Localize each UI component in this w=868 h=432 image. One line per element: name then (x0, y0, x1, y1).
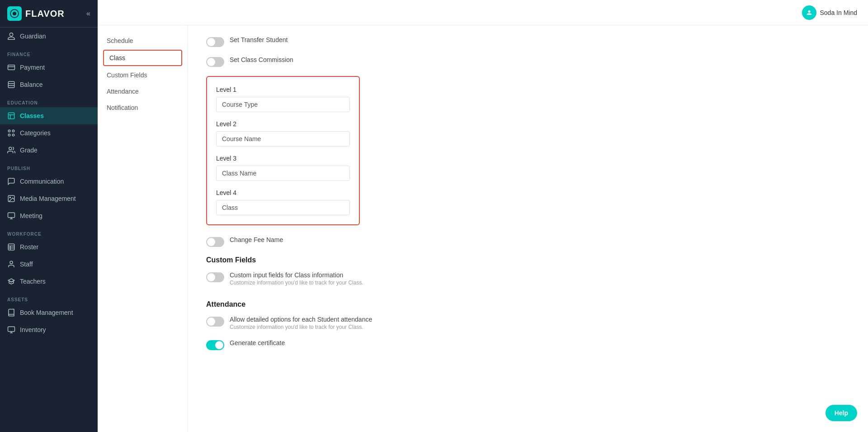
sidebar-item-guardian[interactable]: Guardian (0, 28, 98, 45)
svg-point-10 (8, 130, 10, 132)
svg-rect-7 (8, 113, 14, 119)
generate-certificate-toggle[interactable] (206, 340, 224, 350)
sidebar-section-finance: FINANCE (0, 45, 98, 59)
sidebar-item-communication[interactable]: Communication (0, 173, 98, 190)
custom-fields-title: Custom Fields (206, 256, 850, 264)
classes-icon (7, 112, 15, 120)
user-avatar (802, 5, 816, 20)
sidebar-item-inventory[interactable]: Inventory (0, 321, 98, 338)
logo: FLAVOR « (0, 0, 98, 28)
level-1-input[interactable] (216, 97, 350, 112)
custom-input-fields-label: Custom input fields for Class informatio… (230, 271, 363, 279)
change-fee-name-toggle[interactable] (206, 237, 224, 247)
sidebar-section-education: EDUCATION (0, 93, 98, 107)
svg-point-11 (12, 130, 14, 132)
level-4-label: Level 4 (216, 189, 350, 196)
media-icon (7, 195, 15, 203)
svg-rect-20 (8, 244, 14, 250)
sidebar-item-meeting-label: Meeting (20, 212, 42, 219)
topbar: Soda In Mind (98, 0, 868, 25)
sidebar-item-meeting[interactable]: Meeting (0, 207, 98, 224)
roster-icon (7, 243, 15, 251)
level-3-label: Level 3 (216, 155, 350, 162)
level-1-label: Level 1 (216, 86, 350, 93)
sub-nav-item-class[interactable]: Class (103, 50, 182, 66)
sidebar-item-roster[interactable]: Roster (0, 238, 98, 256)
sidebar-item-payment[interactable]: Payment (0, 59, 98, 76)
sub-navigation: Schedule Class Custom Fields Attendance … (98, 25, 188, 432)
sidebar-item-balance-label: Balance (20, 81, 43, 88)
transfer-student-row: Set Transfer Student (206, 36, 850, 47)
sidebar-item-categories[interactable]: Categories (0, 124, 98, 142)
help-button[interactable]: Help (826, 405, 857, 421)
sidebar-item-teachers[interactable]: Teachers (0, 273, 98, 290)
svg-point-24 (10, 261, 13, 264)
attendance-title: Attendance (206, 300, 850, 309)
svg-rect-2 (8, 65, 15, 70)
book-icon (7, 309, 15, 317)
sidebar-item-categories-label: Categories (20, 129, 51, 137)
logo-text: FLAVOR (25, 9, 65, 19)
level-3-input[interactable] (216, 166, 350, 181)
level-3-group: Level 3 (216, 155, 350, 181)
detailed-attendance-toggle[interactable] (206, 317, 224, 327)
sub-nav-item-attendance[interactable]: Attendance (98, 83, 188, 100)
sub-nav-item-notification[interactable]: Notification (98, 100, 188, 116)
change-fee-name-row: Change Fee Name (206, 236, 850, 247)
level-4-input[interactable] (216, 200, 350, 215)
sidebar-item-staff[interactable]: Staff (0, 256, 98, 273)
sidebar-item-teachers-label: Teachers (20, 278, 46, 285)
svg-point-13 (12, 134, 14, 136)
level-2-input[interactable] (216, 131, 350, 147)
detailed-attendance-row: Allow detailed options for each Student … (206, 316, 850, 330)
teachers-icon (7, 277, 15, 285)
sidebar-section-publish: PUBLISH (0, 159, 98, 173)
svg-point-1 (13, 12, 16, 15)
svg-point-12 (8, 134, 10, 136)
staff-icon (7, 260, 15, 268)
main-area: Soda In Mind Schedule Class Custom Field… (98, 0, 868, 432)
sidebar-item-grade[interactable]: Grade (0, 142, 98, 159)
sidebar-item-book-management[interactable]: Book Management (0, 304, 98, 321)
meeting-icon (7, 212, 15, 220)
sub-nav-item-custom-fields[interactable]: Custom Fields (98, 67, 188, 83)
transfer-student-toggle[interactable] (206, 37, 224, 47)
level-1-group: Level 1 (216, 86, 350, 112)
sub-nav-item-schedule[interactable]: Schedule (98, 33, 188, 49)
sidebar-item-balance[interactable]: Balance (0, 76, 98, 93)
sidebar-item-media-management[interactable]: Media Management (0, 190, 98, 207)
sidebar-item-staff-label: Staff (20, 261, 33, 268)
sidebar-item-payment-label: Payment (20, 64, 45, 71)
custom-input-fields-row: Custom input fields for Class informatio… (206, 271, 850, 286)
custom-input-fields-toggle[interactable] (206, 272, 224, 282)
generate-certificate-row: Generate certificate (206, 339, 850, 350)
generate-certificate-label: Generate certificate (230, 339, 285, 347)
topbar-user-name: Soda In Mind (820, 9, 858, 16)
guardian-icon (7, 32, 15, 40)
svg-point-16 (9, 197, 10, 198)
sidebar-item-media-label: Media Management (20, 195, 76, 202)
attendance-section: Attendance Allow detailed options for ea… (206, 300, 850, 350)
sidebar-item-grade-label: Grade (20, 147, 38, 154)
sidebar-section-workforce: WORKFORCE (0, 224, 98, 238)
class-commission-row: Set Class Commission (206, 56, 850, 67)
inventory-icon (7, 326, 15, 334)
svg-rect-4 (8, 81, 14, 88)
balance-icon (7, 81, 15, 89)
svg-rect-25 (8, 327, 15, 332)
sidebar-item-guardian-label: Guardian (20, 33, 46, 40)
detailed-attendance-label: Allow detailed options for each Student … (230, 316, 372, 323)
topbar-user: Soda In Mind (802, 5, 858, 20)
collapse-button[interactable]: « (86, 9, 90, 18)
class-commission-label: Set Class Commission (230, 56, 293, 63)
transfer-student-label: Set Transfer Student (230, 36, 288, 43)
level-2-group: Level 2 (216, 120, 350, 147)
sidebar-item-classes[interactable]: Classes (0, 107, 98, 124)
logo-icon (7, 6, 22, 21)
class-commission-toggle[interactable] (206, 57, 224, 67)
sidebar-item-inventory-label: Inventory (20, 326, 46, 333)
custom-input-fields-sublabel: Customize information you'd like to trac… (230, 280, 363, 286)
payment-icon (7, 63, 15, 71)
change-fee-name-label: Change Fee Name (230, 236, 283, 243)
svg-point-14 (9, 147, 12, 150)
